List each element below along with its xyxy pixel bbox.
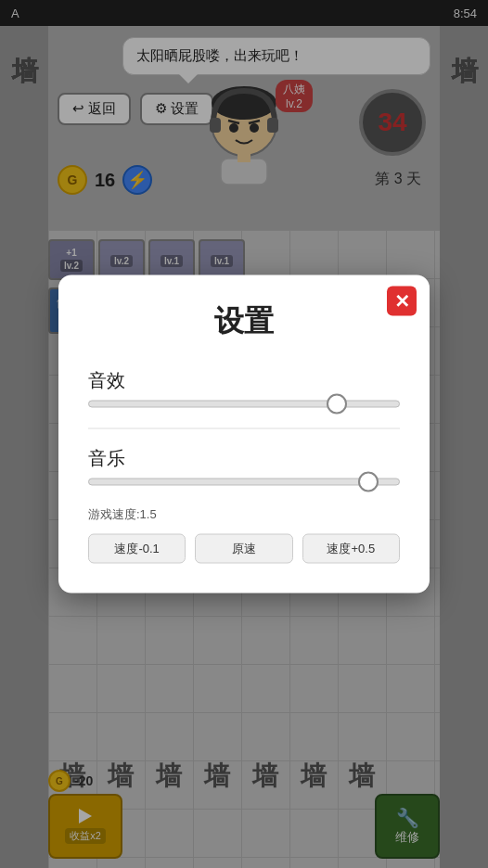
settings-modal: 设置 ✕ 音效 音乐 游戏速度:1.5 速度-0.1 原速 速度+0.5: [58, 275, 430, 594]
modal-title: 设置: [88, 301, 400, 342]
speed-plus-button[interactable]: 速度+0.5: [302, 534, 400, 564]
sound-label: 音效: [88, 368, 400, 393]
sound-slider-track[interactable]: [88, 401, 400, 408]
music-label: 音乐: [88, 446, 400, 471]
speed-buttons: 速度-0.1 原速 速度+0.5: [88, 534, 400, 564]
divider: [88, 428, 400, 429]
speed-reset-button[interactable]: 原速: [195, 534, 292, 564]
speed-minus-button[interactable]: 速度-0.1: [88, 534, 186, 564]
sound-setting-row: 音效: [88, 368, 400, 408]
close-button[interactable]: ✕: [387, 287, 417, 316]
speed-label: 游戏速度:1.5: [88, 506, 400, 523]
sound-slider-thumb[interactable]: [327, 394, 347, 415]
music-slider-thumb[interactable]: [358, 472, 379, 492]
music-slider-track[interactable]: [88, 479, 400, 486]
music-setting-row: 音乐: [88, 446, 400, 486]
